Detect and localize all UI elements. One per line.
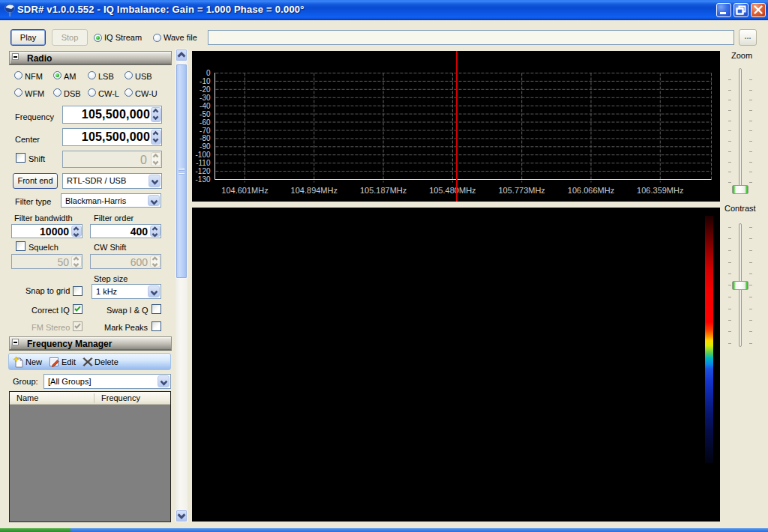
svg-text:-60: -60	[200, 118, 211, 127]
svg-text:105.773MHz: 105.773MHz	[499, 186, 545, 195]
svg-text:-90: -90	[200, 142, 211, 151]
svg-text:0: 0	[206, 69, 211, 77]
svg-text:-80: -80	[200, 134, 211, 142]
svg-text:-130: -130	[195, 175, 210, 184]
svg-text:106.359MHz: 106.359MHz	[637, 186, 683, 195]
svg-text:-40: -40	[200, 102, 211, 110]
svg-text:104.894MHz: 104.894MHz	[291, 186, 338, 195]
svg-text:-70: -70	[200, 127, 211, 135]
svg-text:104.601MHz: 104.601MHz	[221, 186, 268, 195]
svg-text:-50: -50	[200, 110, 211, 118]
svg-text:-110: -110	[196, 159, 211, 167]
svg-text:105.480MHz: 105.480MHz	[429, 186, 476, 195]
svg-text:106.066MHz: 106.066MHz	[568, 186, 614, 195]
svg-text:-30: -30	[200, 94, 211, 102]
svg-text:-120: -120	[195, 167, 210, 175]
svg-text:-100: -100	[195, 151, 210, 159]
svg-text:-10: -10	[200, 77, 211, 85]
svg-text:-20: -20	[200, 85, 211, 94]
svg-text:105.187MHz: 105.187MHz	[360, 186, 406, 195]
